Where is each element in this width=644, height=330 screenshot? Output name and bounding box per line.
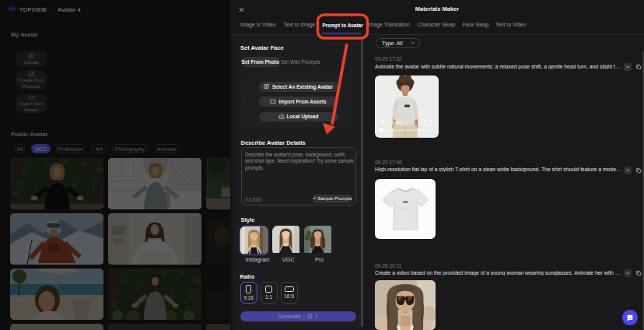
svg-text:0:10: 0:10: [393, 120, 402, 125]
